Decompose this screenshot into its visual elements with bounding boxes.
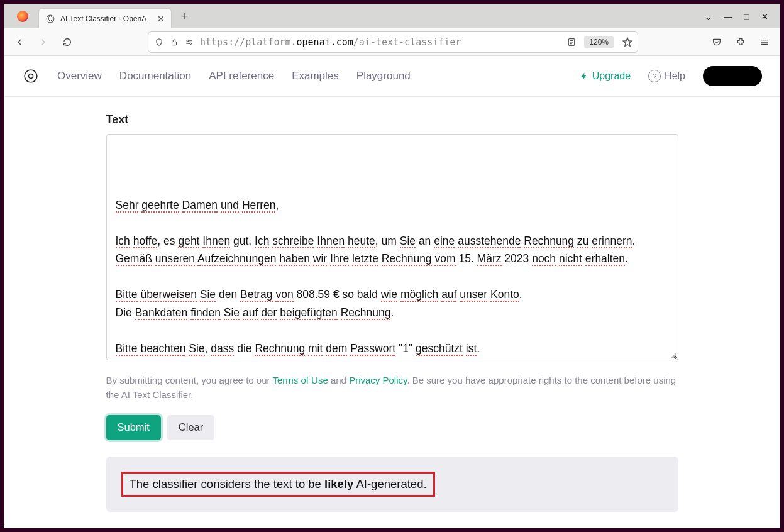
address-bar[interactable]: https://platform.openai.com/ai-text-clas… [148, 31, 638, 53]
extensions-icon[interactable] [731, 32, 751, 52]
text-input[interactable]: Sehr geehrte Damen und Herren, Ich hoffe… [106, 134, 678, 360]
result-box: The classifier considers the text to be … [106, 457, 678, 512]
new-tab-button[interactable]: + [175, 7, 194, 26]
minimize-button[interactable]: — [724, 12, 732, 21]
forward-button[interactable] [33, 32, 53, 52]
lock-icon[interactable] [170, 38, 179, 47]
shield-icon[interactable] [155, 38, 163, 47]
svg-point-3 [190, 43, 191, 44]
upgrade-label: Upgrade [592, 70, 631, 82]
disclaimer: By submitting content, you agree to our … [106, 373, 678, 402]
upgrade-link[interactable]: Upgrade [580, 70, 631, 82]
nav-api-reference[interactable]: API reference [209, 70, 274, 82]
nav-overview[interactable]: Overview [57, 70, 102, 82]
openai-favicon [45, 14, 55, 24]
svg-point-2 [187, 40, 189, 41]
firefox-icon [7, 11, 38, 22]
permissions-icon[interactable] [185, 38, 194, 47]
terms-link[interactable]: Terms of Use [272, 375, 328, 385]
page-viewport: OverviewDocumentationAPI referenceExampl… [4, 56, 780, 528]
svg-rect-1 [172, 42, 177, 45]
help-link[interactable]: ? Help [648, 70, 685, 82]
close-tab-icon[interactable]: ✕ [157, 14, 165, 24]
nav-examples[interactable]: Examples [292, 70, 339, 82]
openai-logo-icon[interactable] [22, 67, 40, 85]
resize-handle-icon[interactable] [670, 352, 676, 358]
help-icon: ? [648, 70, 661, 82]
back-button[interactable] [9, 32, 30, 52]
bookmark-icon[interactable] [620, 36, 635, 48]
help-label: Help [665, 70, 685, 82]
url-text: https://platform.openai.com/ai-text-clas… [200, 36, 559, 48]
avatar[interactable] [703, 66, 762, 86]
content: Text Sehr geehrte Damen und Herren, Ich … [4, 97, 780, 528]
result-text: The classifier considers the text to be … [121, 472, 435, 497]
reload-button[interactable] [57, 32, 77, 52]
close-window-button[interactable]: ✕ [761, 12, 768, 21]
tab-title: AI Text Classifier - OpenA [60, 14, 152, 23]
site-header: OverviewDocumentationAPI referenceExampl… [4, 56, 780, 97]
zoom-badge[interactable]: 120% [584, 36, 614, 48]
svg-point-5 [29, 74, 33, 79]
tab-bar: AI Text Classifier - OpenA ✕ + ⌄ — ◻ ✕ [4, 4, 780, 28]
browser-tab[interactable]: AI Text Classifier - OpenA ✕ [38, 8, 172, 28]
window-controls: ⌄ — ◻ ✕ [704, 11, 777, 23]
submit-button[interactable]: Submit [106, 415, 161, 440]
hamburger-menu-icon[interactable] [754, 32, 775, 52]
tabs-dropdown-icon[interactable]: ⌄ [704, 11, 712, 23]
browser-toolbar: https://platform.openai.com/ai-text-clas… [4, 28, 780, 56]
nav-documentation[interactable]: Documentation [119, 70, 191, 82]
nav-playground[interactable]: Playground [356, 70, 411, 82]
browser-window: AI Text Classifier - OpenA ✕ + ⌄ — ◻ ✕ [4, 4, 780, 528]
button-row: Submit Clear [106, 415, 678, 440]
reader-mode-icon[interactable] [565, 37, 578, 47]
privacy-link[interactable]: Privacy Policy [349, 375, 407, 385]
pocket-icon[interactable] [707, 32, 727, 52]
text-field-label: Text [106, 113, 678, 126]
maximize-button[interactable]: ◻ [743, 12, 750, 21]
clear-button[interactable]: Clear [167, 415, 214, 440]
bolt-icon [580, 72, 588, 80]
